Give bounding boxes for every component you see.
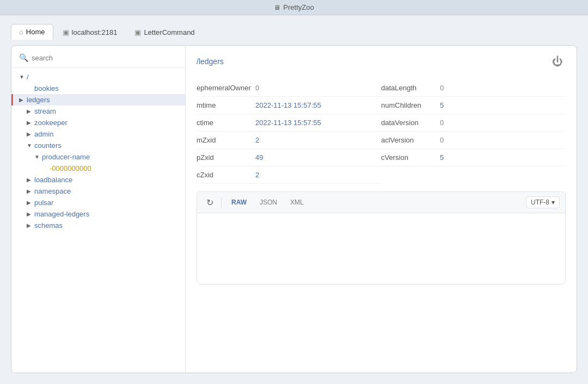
props-right-col: dataLength 0 numChildren 5 dataVersion 0 xyxy=(381,79,566,184)
key-cversion: cVersion xyxy=(381,153,436,162)
tree-item-admin[interactable]: ▶ admin xyxy=(11,128,185,140)
tree-label-counters: counters xyxy=(34,141,62,150)
props-left-col: ephemeralOwner 0 mtime 2022-11-13 15:57:… xyxy=(197,79,381,184)
tree-item-pulsar[interactable]: ▶ pulsar xyxy=(11,197,185,208)
tree-label-zookeeper: zookeeper xyxy=(34,119,68,127)
server-icon-2: ▣ xyxy=(134,28,141,36)
home-icon: ⌂ xyxy=(19,28,23,36)
prop-dataversion: dataVersion 0 xyxy=(381,114,566,132)
tree-item-schemas[interactable]: ▶ schemas xyxy=(11,220,185,231)
key-mtime: mtime xyxy=(197,101,251,109)
val-ctime: 2022-11-13 15:57:55 xyxy=(255,119,321,127)
arrow-namespace: ▶ xyxy=(27,188,34,194)
tree-item-root[interactable]: ▼ / xyxy=(11,71,185,83)
tree-item-stream[interactable]: ▶ stream xyxy=(11,106,185,117)
val-ephemeralowner: 0 xyxy=(255,84,259,92)
search-icon: 🔍 xyxy=(19,53,28,62)
tab-localhost[interactable]: ▣ localhost:2181 xyxy=(54,24,126,40)
search-row: 🔍 xyxy=(11,51,185,68)
prop-ephemeralowner: ephemeralOwner 0 xyxy=(197,79,381,97)
right-panel: /ledgers ⏻ ephemeralOwner 0 mtime 2022-1… xyxy=(186,46,577,373)
key-dataversion: dataVersion xyxy=(381,119,436,127)
tab-lettercommand-label: LetterCommand xyxy=(144,28,194,36)
properties-grid: ephemeralOwner 0 mtime 2022-11-13 15:57:… xyxy=(197,79,566,184)
arrow-zookeeper: ▶ xyxy=(27,120,34,126)
search-input[interactable] xyxy=(32,54,177,62)
val-mtime: 2022-11-13 15:57:55 xyxy=(255,101,321,109)
prop-numchildren: numChildren 5 xyxy=(381,97,566,114)
format-raw-button[interactable]: RAW xyxy=(226,197,252,208)
key-aclversion: aclVersion xyxy=(381,136,436,144)
key-pzxid: pZxid xyxy=(197,153,251,162)
tree-item-zero-node[interactable]: -0000000000 xyxy=(11,163,185,174)
editor-content[interactable] xyxy=(197,213,565,284)
arrow-producer-name: ▼ xyxy=(34,154,42,160)
tab-home[interactable]: ⌂ Home xyxy=(11,24,53,40)
tree-area: ▼ / bookies ▶ ledgers ▶ xyxy=(11,71,185,367)
prop-czxid: cZxid 2 xyxy=(197,166,381,184)
arrow-loadbalance: ▶ xyxy=(27,177,34,183)
tab-lettercommand[interactable]: ▣ LetterCommand xyxy=(126,24,203,40)
tree-label-ledgers: ledgers xyxy=(27,96,50,104)
tree-item-loadbalance[interactable]: ▶ loadbalance xyxy=(11,174,185,185)
tree-label-namespace: namespace xyxy=(34,187,71,195)
tree-label-loadbalance: loadbalance xyxy=(34,176,72,184)
prop-aclversion: aclVersion 0 xyxy=(381,132,566,149)
right-header: /ledgers ⏻ xyxy=(197,53,566,70)
key-ephemeralowner: ephemeralOwner xyxy=(197,84,251,92)
tree-label-bookies: bookies xyxy=(34,84,59,92)
content-inner: 🔍 ▼ / bookies ▶ xyxy=(11,46,577,373)
encoding-selector[interactable]: UTF-8 ▾ xyxy=(526,196,560,208)
tree-item-managed-ledgers[interactable]: ▶ managed-ledgers xyxy=(11,208,185,220)
left-panel: 🔍 ▼ / bookies ▶ xyxy=(11,46,186,373)
title-bar: 🖥 PrettyZoo xyxy=(0,0,588,15)
tree-item-counters[interactable]: ▼ counters xyxy=(11,140,185,151)
tree-label-producer-name: producer-name xyxy=(42,153,90,161)
key-datalength: dataLength xyxy=(381,84,436,92)
tree-label-pulsar: pulsar xyxy=(34,199,53,207)
arrow-stream: ▶ xyxy=(27,108,34,114)
toolbar-divider xyxy=(221,197,222,207)
key-mzxid: mZxid xyxy=(197,136,251,144)
tree-item-producer-name[interactable]: ▼ producer-name xyxy=(11,151,185,163)
tree-item-bookies[interactable]: bookies xyxy=(11,83,185,94)
power-button[interactable]: ⏻ xyxy=(549,53,566,70)
arrow-managed-ledgers: ▶ xyxy=(27,211,34,217)
refresh-button[interactable]: ↻ xyxy=(203,195,217,209)
arrow-admin: ▶ xyxy=(27,131,34,137)
val-cversion: 5 xyxy=(440,153,444,162)
tree-label-root: / xyxy=(27,73,29,81)
encoding-label: UTF-8 xyxy=(531,199,549,206)
arrow-pulsar: ▶ xyxy=(27,200,34,206)
tab-home-label: Home xyxy=(26,28,45,36)
tree-label-managed-ledgers: managed-ledgers xyxy=(34,210,89,218)
tabs-bar: ⌂ Home ▣ localhost:2181 ▣ LetterCommand xyxy=(11,24,577,40)
prop-mzxid: mZxid 2 xyxy=(197,132,381,149)
app-title: PrettyZoo xyxy=(283,3,314,11)
val-pzxid: 49 xyxy=(255,153,263,162)
main-container: ⌂ Home ▣ localhost:2181 ▣ LetterCommand … xyxy=(0,15,588,384)
content-area: 🔍 ▼ / bookies ▶ xyxy=(11,45,577,373)
tree-item-namespace[interactable]: ▶ namespace xyxy=(11,185,185,197)
tree-item-zookeeper[interactable]: ▶ zookeeper xyxy=(11,117,185,128)
tree-item-ledgers[interactable]: ▶ ledgers xyxy=(11,94,185,106)
prop-cversion: cVersion 5 xyxy=(381,149,566,166)
arrow-schemas: ▶ xyxy=(27,222,34,228)
arrow-ledgers: ▶ xyxy=(19,97,27,103)
editor-box: ↻ RAW JSON XML UTF-8 ▾ xyxy=(197,191,566,284)
prop-pzxid: pZxid 49 xyxy=(197,149,381,166)
editor-toolbar: ↻ RAW JSON XML UTF-8 ▾ xyxy=(197,192,565,213)
tree-label-zero-node: -0000000000 xyxy=(50,164,91,172)
format-xml-button[interactable]: XML xyxy=(285,197,309,208)
tab-localhost-label: localhost:2181 xyxy=(72,28,118,36)
prop-ctime: ctime 2022-11-13 15:57:55 xyxy=(197,114,381,132)
arrow-counters: ▼ xyxy=(27,143,34,148)
tree-label-stream: stream xyxy=(34,107,56,115)
val-czxid: 2 xyxy=(255,171,259,179)
val-mzxid: 2 xyxy=(255,136,259,144)
prop-datalength: dataLength 0 xyxy=(381,79,566,97)
key-ctime: ctime xyxy=(197,119,251,127)
val-aclversion: 0 xyxy=(440,136,444,144)
val-dataversion: 0 xyxy=(440,119,444,127)
format-json-button[interactable]: JSON xyxy=(254,197,283,208)
